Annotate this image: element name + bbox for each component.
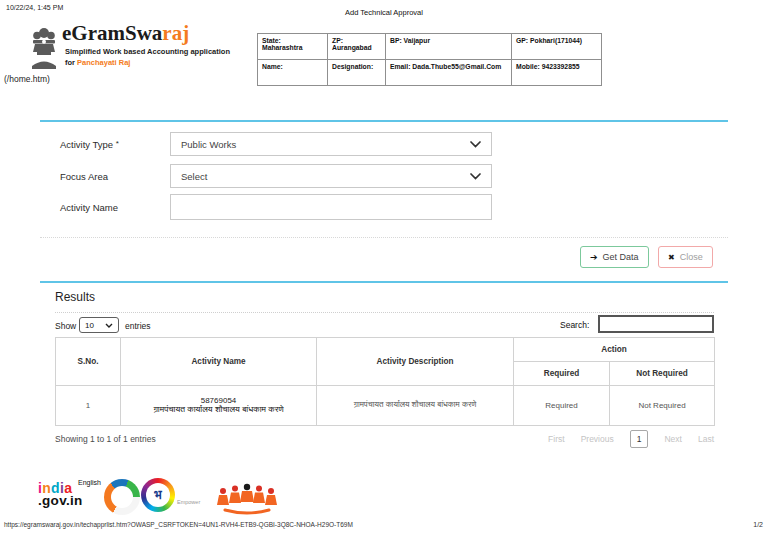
col-header-sno: S.No.: [56, 338, 121, 386]
info-row-contact: Name: Designation: Email: Dada.Thube55@G…: [258, 60, 602, 86]
state-cell: State: Maharashtra: [258, 34, 328, 60]
bhashini-empower-text: Empower: [177, 499, 200, 505]
designation-cell: Designation:: [328, 60, 386, 86]
pagination-next[interactable]: Next: [664, 434, 681, 444]
results-separator: [55, 312, 714, 313]
col-header-activity-description: Activity Description: [317, 338, 514, 386]
row-sno: 1: [56, 386, 121, 426]
activity-name-input[interactable]: [170, 194, 492, 220]
bhashini-bha-glyph: भ: [146, 483, 170, 507]
activity-type-select[interactable]: Public Works: [170, 132, 492, 156]
page-size-select[interactable]: 10: [79, 317, 119, 333]
pagination-previous[interactable]: Previous: [581, 434, 614, 444]
chevron-down-icon: [470, 141, 481, 148]
india-gov-domain: .gov.in: [38, 495, 83, 508]
close-label: Close: [680, 252, 703, 262]
zp-cell: ZP: Aurangabad: [328, 34, 386, 60]
info-row-location: State: Maharashtra ZP: Aurangabad BP: Va…: [258, 34, 602, 60]
results-heading: Results: [55, 290, 95, 304]
table-summary: Showing 1 to 1 of 1 entries: [55, 434, 156, 444]
user-info-table: State: Maharashtra ZP: Aurangabad BP: Va…: [257, 33, 602, 86]
india-gov-logo[interactable]: india .gov.in: [38, 482, 83, 508]
entries-label: entries: [125, 321, 151, 331]
activity-name-label: Activity Name: [60, 202, 118, 213]
pagination: First Previous 1 Next Last: [548, 430, 714, 448]
activity-type-label: Activity Type *: [60, 139, 119, 150]
pagination-last[interactable]: Last: [698, 434, 714, 444]
row-activity-description: ग्रामपंचायत कार्यालय शौचालय बांधकाम करणे: [317, 386, 514, 426]
gp-cell: GP: Pokhari(171044): [512, 34, 602, 60]
results-table: S.No. Activity Name Activity Description…: [55, 337, 715, 426]
browser-footer-url: https://egramswaraj.gov.in/techapprlist.…: [4, 521, 353, 528]
chevron-down-icon: [470, 173, 481, 180]
table-row: 1 58769054 ग्रामपंचायत कार्यालय शौचालय ब…: [56, 386, 715, 426]
bhashini-logo-icon[interactable]: भ: [141, 478, 175, 512]
col-header-required: Required: [514, 362, 610, 386]
name-cell: Name:: [258, 60, 328, 86]
required-link[interactable]: Required: [514, 386, 610, 426]
page-title: Add Technical Approval: [0, 8, 768, 17]
pagination-first[interactable]: First: [548, 434, 565, 444]
email-cell: Email: Dada.Thube55@Gmail.Com: [386, 60, 512, 86]
col-header-action: Action: [514, 338, 715, 362]
chevron-down-icon: [105, 323, 113, 328]
get-data-label: Get Data: [603, 252, 639, 262]
page-size-value: 10: [85, 321, 94, 330]
activity-name-text: ग्रामपंचायत कार्यालय शौचालय बांधकाम करणे: [153, 404, 283, 414]
section-divider-top: [40, 120, 728, 122]
mobile-cell: Mobile: 9423392855: [512, 60, 602, 86]
panchayat-people-logo-icon[interactable]: [215, 483, 279, 515]
home-link[interactable]: (/home.htm): [4, 74, 50, 84]
col-header-not-required: Not Required: [610, 362, 715, 386]
national-emblem-icon: [28, 26, 60, 70]
search-label: Search:: [560, 320, 589, 330]
print-page-indicator: 1/2: [753, 521, 763, 528]
close-icon: ✖: [668, 253, 675, 262]
not-required-link[interactable]: Not Required: [610, 386, 715, 426]
show-label: Show: [55, 321, 76, 331]
search-input[interactable]: [598, 315, 714, 333]
amrit-mahotsav-logo-icon[interactable]: [104, 479, 140, 515]
focus-area-select[interactable]: Select: [170, 164, 492, 188]
close-button[interactable]: ✖ Close: [658, 246, 713, 268]
activity-type-value: Public Works: [181, 139, 236, 150]
app-tagline: Simplified Work based Accounting applica…: [65, 47, 230, 68]
focus-area-value: Select: [181, 171, 207, 182]
arrow-right-icon: ➔: [590, 252, 598, 262]
app-logo-title: eGramSwaraj: [62, 21, 189, 46]
bp-cell: BP: Vaijapur: [386, 34, 512, 60]
section-divider-results: [40, 281, 728, 283]
english-language-label[interactable]: English: [78, 479, 101, 486]
pagination-current-page[interactable]: 1: [630, 430, 649, 448]
get-data-button[interactable]: ➔ Get Data: [580, 246, 649, 268]
form-separator: [40, 237, 728, 238]
col-header-activity-name: Activity Name: [121, 338, 317, 386]
row-activity-name: 58769054 ग्रामपंचायत कार्यालय शौचालय बां…: [121, 386, 317, 426]
focus-area-label: Focus Area: [60, 171, 108, 182]
